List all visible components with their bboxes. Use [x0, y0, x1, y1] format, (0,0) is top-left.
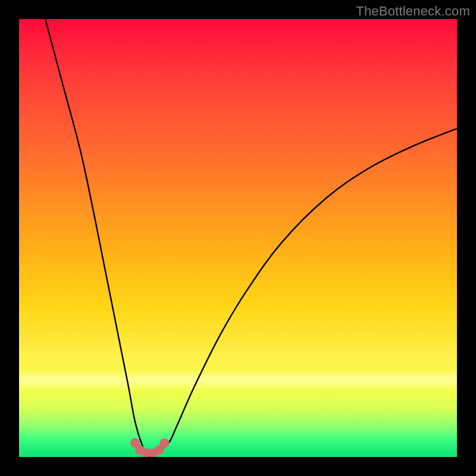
- bottom-marker-dots: [130, 438, 169, 457]
- curve-layer: [19, 19, 457, 457]
- marker-dot: [159, 438, 169, 447]
- bottleneck-curve: [45, 19, 457, 456]
- watermark-text: TheBottleneck.com: [356, 4, 470, 19]
- chart-stage: TheBottleneck.com: [0, 0, 476, 476]
- plot-area: [19, 19, 457, 457]
